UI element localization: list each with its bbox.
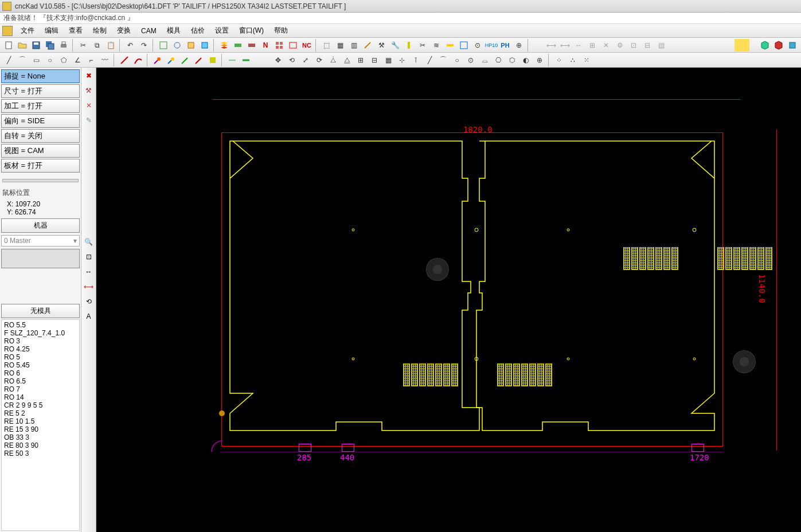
ph-icon[interactable]: PH [499,39,511,52]
cad-canvas[interactable]: 1820.0 1140.0 [96,68,801,532]
tool-g-icon[interactable]: ▥ [347,39,360,52]
vtool-zoomfit-icon[interactable]: ⊡ [83,251,95,263]
menu-file[interactable]: 文件 [16,25,39,37]
tool-k-icon[interactable] [403,39,415,52]
opt-snap[interactable]: 捕捉 = None [1,69,80,83]
rotate-icon[interactable]: ⟲ [286,54,298,66]
open-icon[interactable] [16,39,29,52]
mirror-h-icon[interactable]: ⧊ [327,54,339,66]
vtool-dim-icon[interactable]: ⟷ [83,281,95,292]
list-item[interactable]: OB 33 3 [3,433,78,441]
list-item[interactable]: RO 5.45 [3,361,78,369]
menu-draw[interactable]: 绘制 [88,25,111,37]
snap-arc-icon[interactable]: ⌒ [437,54,450,66]
tool-list[interactable]: RO 5.5 F SLZ_120_7.4_1.0 RO 3 RO 4.25 RO… [1,319,80,531]
red-arc-icon[interactable] [132,54,144,66]
list-item[interactable]: CR 2 9 9 5 5 [3,401,78,409]
tool-c-icon[interactable] [185,39,197,52]
master-dropdown[interactable]: 0 Master▾ [1,235,80,247]
mirror-v-icon[interactable]: ⧋ [341,54,353,66]
n-icon[interactable]: N [259,39,272,52]
tool-j-icon[interactable]: 🔧 [389,39,401,52]
tool-header[interactable]: 无模具 [1,304,80,318]
menu-settings[interactable]: 设置 [210,25,233,37]
cam-b-icon[interactable] [245,39,258,52]
vtool-x-icon[interactable]: ✕ [83,100,95,111]
list-item[interactable]: F SLZ_120_7.4_1.0 [3,329,78,337]
cube-b-icon[interactable] [786,39,799,52]
trim-b-icon[interactable]: ⊺ [409,54,422,66]
tool-p-icon[interactable]: ⊙ [471,39,484,52]
tool-d-icon[interactable] [198,39,211,52]
sheet-icon[interactable] [287,39,299,52]
list-item[interactable]: RO 14 [3,393,78,401]
tool-o-icon[interactable] [458,39,470,52]
refresh-icon[interactable]: ⟳ [313,54,326,66]
cube-r-icon[interactable] [772,39,785,52]
list-item[interactable]: RE 10 1.5 [3,417,78,425]
color-swatch[interactable] [1,249,80,268]
snap-h-icon[interactable]: ◐ [519,54,532,66]
list-item[interactable]: RE 15 3 90 [3,425,78,433]
vtool-zoomwin-icon[interactable]: 🔍 [83,236,95,248]
tool-r-icon[interactable]: ⊕ [513,39,525,52]
opt-offset[interactable]: 偏向 = SIDE [1,114,80,128]
poly-icon[interactable]: ⬠ [57,54,70,66]
redo-icon[interactable]: ↷ [138,39,150,52]
undo-icon[interactable]: ↶ [124,39,136,52]
brush-c-icon[interactable] [179,54,192,66]
tool-q-icon[interactable]: HP10 [485,39,498,52]
list-item[interactable]: RO 6.5 [3,377,78,385]
red-line-icon[interactable] [118,54,131,66]
snap-d-icon[interactable]: ⊙ [464,54,477,66]
snap-i-icon[interactable]: ⊕ [533,54,546,66]
dim-a-icon[interactable]: ⟷ [545,39,557,52]
opt-view[interactable]: 视图 = CAM [1,144,80,158]
grid-a-icon[interactable] [273,39,286,52]
dim-g-icon[interactable]: ⊡ [627,39,640,52]
menu-help[interactable]: 帮助 [269,25,292,37]
copy-icon[interactable]: ⧉ [91,39,103,52]
slider[interactable] [2,179,79,182]
array-a-icon[interactable]: ⊞ [354,54,367,66]
cube-g-icon[interactable] [759,39,771,52]
vtool-del-icon[interactable]: ✖ [83,70,95,81]
layer-icon[interactable] [218,39,230,52]
list-item[interactable]: RE 50 3 [3,449,78,457]
snap-e-icon[interactable]: ⌓ [478,54,491,66]
line-icon[interactable]: ╱ [2,54,15,66]
dim-d-icon[interactable]: ⊞ [586,39,599,52]
machine-button[interactable]: 机器 [1,218,80,233]
vtool-measure-icon[interactable]: ↔ [83,266,95,277]
tool-i-icon[interactable]: ⚒ [375,39,388,52]
list-item[interactable]: RO 3 [3,337,78,345]
fill-icon[interactable] [206,54,219,66]
tool-e-icon[interactable]: ⬚ [320,39,333,52]
move-icon[interactable]: ✥ [272,54,284,66]
menu-estimate[interactable]: 估价 [186,25,209,37]
dim-i-icon[interactable]: ▤ [655,39,667,52]
tool-n-icon[interactable] [444,39,456,52]
tool-b-icon[interactable] [171,39,183,52]
tool-l-icon[interactable]: ✂ [416,39,429,52]
cut-icon[interactable]: ✂ [77,39,89,52]
cam-a-icon[interactable] [232,39,244,52]
print-icon[interactable] [57,39,70,52]
list-item[interactable]: RO 7 [3,385,78,393]
thick-line-icon[interactable] [240,54,252,66]
pt-c-icon[interactable]: ⁙ [580,54,593,66]
tool-a-icon[interactable] [157,39,170,52]
array-c-icon[interactable]: ▦ [382,54,394,66]
pt-a-icon[interactable]: ⁘ [553,54,565,66]
menu-view[interactable]: 查看 [64,25,87,37]
save-icon[interactable] [30,39,42,52]
nc-icon[interactable]: NC [300,39,313,52]
vtool-wrench-icon[interactable]: ⚒ [83,85,95,96]
array-b-icon[interactable]: ⊟ [368,54,381,66]
list-item[interactable]: RE 5 2 [3,409,78,417]
opt-rotate[interactable]: 自转 = 关闭 [1,129,80,143]
vtool-edit-icon[interactable]: ✎ [83,115,95,126]
scale-icon[interactable]: ⤢ [299,54,312,66]
list-item[interactable]: RO 5 [3,353,78,361]
tool-m-icon[interactable]: ≋ [430,39,443,52]
